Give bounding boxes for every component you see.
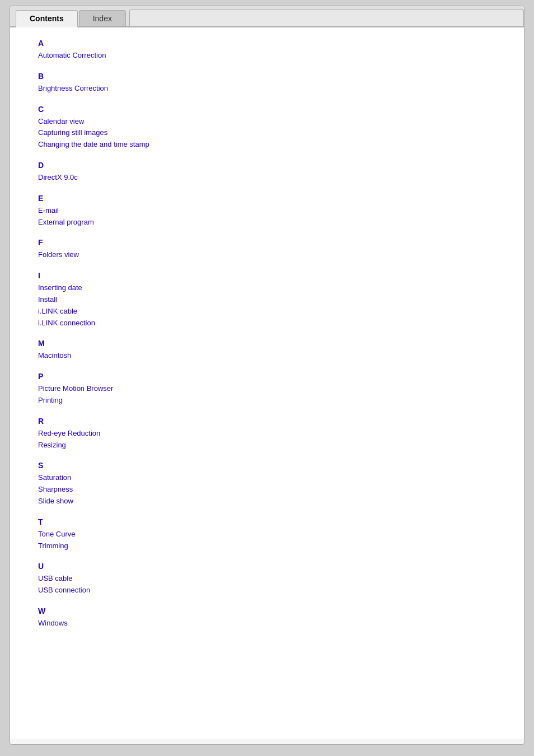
index-link[interactable]: Calendar view bbox=[38, 116, 507, 128]
letter-heading-b: B bbox=[38, 72, 507, 81]
section-p: PPicture Motion BrowserPrinting bbox=[38, 372, 507, 407]
letter-heading-t: T bbox=[38, 517, 507, 526]
index-link[interactable]: DirectX 9.0c bbox=[38, 172, 507, 184]
letter-heading-f: F bbox=[38, 238, 507, 247]
index-link[interactable]: Saturation bbox=[38, 472, 507, 484]
index-link[interactable]: Macintosh bbox=[38, 350, 507, 362]
index-link[interactable]: Folders view bbox=[38, 249, 507, 261]
section-d: DDirectX 9.0c bbox=[38, 161, 507, 184]
letter-heading-u: U bbox=[38, 562, 507, 571]
index-link[interactable]: Windows bbox=[38, 618, 507, 629]
index-link[interactable]: E-mail bbox=[38, 205, 507, 217]
letter-heading-a: A bbox=[38, 39, 507, 48]
section-t: TTone CurveTrimming bbox=[38, 517, 507, 552]
index-link[interactable]: Brightness Correction bbox=[38, 83, 507, 95]
index-content: AAutomatic CorrectionBBrightness Correct… bbox=[10, 27, 524, 739]
main-window: Contents Index AAutomatic CorrectionBBri… bbox=[10, 6, 524, 745]
index-link[interactable]: Tone Curve bbox=[38, 529, 507, 540]
section-a: AAutomatic Correction bbox=[38, 39, 507, 62]
section-c: CCalendar viewCapturing still imagesChan… bbox=[38, 105, 507, 151]
section-i: IInserting dateInstalli.LINK cablei.LINK… bbox=[38, 271, 507, 329]
letter-heading-i: I bbox=[38, 271, 507, 280]
tab-index[interactable]: Index bbox=[79, 10, 126, 26]
tab-bar: Contents Index bbox=[10, 6, 524, 27]
letter-heading-r: R bbox=[38, 417, 507, 426]
section-f: FFolders view bbox=[38, 238, 507, 261]
section-w: WWindows bbox=[38, 606, 507, 629]
letter-heading-m: M bbox=[38, 339, 507, 348]
section-e: EE-mailExternal program bbox=[38, 194, 507, 228]
index-link[interactable]: Automatic Correction bbox=[38, 50, 507, 62]
letter-heading-w: W bbox=[38, 606, 507, 615]
index-link[interactable]: Trimming bbox=[38, 540, 507, 552]
index-link[interactable]: i.LINK cable bbox=[38, 306, 507, 318]
index-link[interactable]: External program bbox=[38, 217, 507, 228]
index-link[interactable]: USB cable bbox=[38, 573, 507, 585]
index-link[interactable]: USB connection bbox=[38, 585, 507, 596]
search-bar bbox=[129, 10, 524, 26]
section-r: RRed-eye ReductionResizing bbox=[38, 417, 507, 451]
section-m: MMacintosh bbox=[38, 339, 507, 362]
index-link[interactable]: Resizing bbox=[38, 440, 507, 451]
tab-contents[interactable]: Contents bbox=[16, 10, 78, 27]
letter-heading-c: C bbox=[38, 105, 507, 114]
index-link[interactable]: Install bbox=[38, 294, 507, 306]
index-link[interactable]: Changing the date and time stamp bbox=[38, 139, 507, 151]
index-link[interactable]: i.LINK connection bbox=[38, 318, 507, 329]
index-link[interactable]: Capturing still images bbox=[38, 127, 507, 139]
letter-heading-e: E bbox=[38, 194, 507, 203]
index-link[interactable]: Slide show bbox=[38, 496, 507, 507]
index-link[interactable]: Inserting date bbox=[38, 282, 507, 294]
index-link[interactable]: Picture Motion Browser bbox=[38, 383, 507, 395]
index-link[interactable]: Printing bbox=[38, 395, 507, 407]
letter-heading-s: S bbox=[38, 461, 507, 470]
letter-heading-p: P bbox=[38, 372, 507, 381]
section-u: UUSB cableUSB connection bbox=[38, 562, 507, 596]
letter-heading-d: D bbox=[38, 161, 507, 170]
index-link[interactable]: Red-eye Reduction bbox=[38, 428, 507, 440]
section-b: BBrightness Correction bbox=[38, 72, 507, 95]
section-s: SSaturationSharpnessSlide show bbox=[38, 461, 507, 507]
index-link[interactable]: Sharpness bbox=[38, 484, 507, 496]
